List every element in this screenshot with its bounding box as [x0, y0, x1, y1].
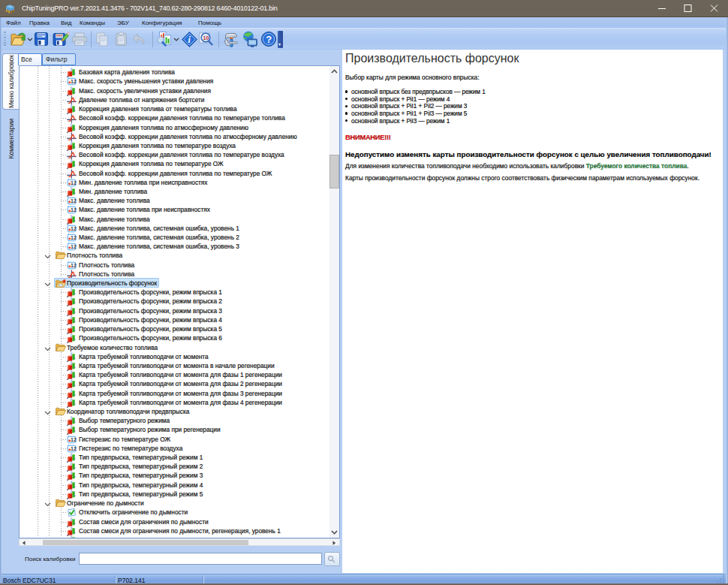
svg-text:12: 12: [71, 198, 77, 204]
svg-text:12: 12: [71, 80, 77, 85]
svg-text:12: 12: [71, 235, 77, 240]
svg-text:12: 12: [71, 226, 77, 231]
svg-text:10: 10: [203, 35, 209, 41]
svg-text:12: 12: [71, 446, 77, 451]
svg-text:12: 12: [71, 263, 77, 268]
svg-text:12: 12: [71, 208, 77, 213]
svg-text:12: 12: [71, 437, 77, 442]
svg-text:12: 12: [71, 245, 77, 250]
svg-text:12: 12: [71, 180, 77, 185]
svg-text:?: ?: [266, 34, 272, 45]
